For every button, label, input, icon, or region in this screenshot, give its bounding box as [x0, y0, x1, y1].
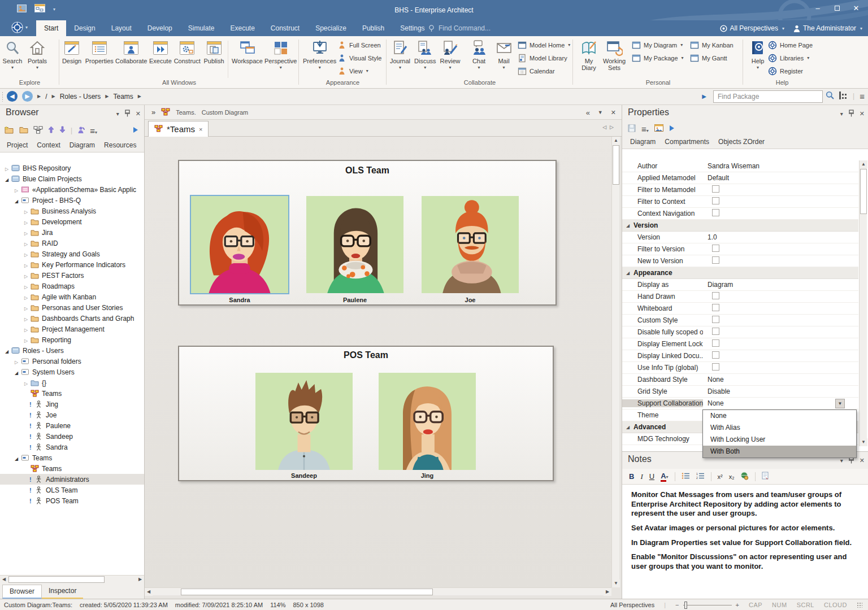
- tree-item[interactable]: Strategy and Goals: [0, 249, 144, 259]
- user-menu[interactable]: The Administrator: [793, 24, 862, 32]
- property-row[interactable]: Use Info Tip (global): [622, 362, 858, 374]
- expander-icon[interactable]: [23, 315, 29, 323]
- property-row[interactable]: Applied MetamodelDefault: [622, 172, 858, 184]
- expander-icon[interactable]: [13, 186, 20, 194]
- ols-team-boundary[interactable]: OLS Team: [178, 160, 557, 306]
- status-perspectives[interactable]: All Perspectives: [610, 602, 654, 608]
- tree-item[interactable]: Teams: [0, 463, 144, 474]
- panel-menu-caret-icon[interactable]: ▼: [598, 110, 603, 115]
- tree-item[interactable]: Teams: [0, 452, 144, 463]
- checkbox[interactable]: [712, 197, 719, 204]
- libraries-button[interactable]: Libraries: [768, 53, 813, 63]
- properties-tab-compartments[interactable]: Compartments: [660, 136, 714, 149]
- tree-item[interactable]: Key Performance Indicators: [0, 259, 144, 270]
- tree-item[interactable]: !Joe: [0, 409, 144, 420]
- tree-item[interactable]: {}: [0, 377, 144, 388]
- zoom-slider[interactable]: − +: [675, 602, 739, 608]
- panel-menu-caret-icon[interactable]: ▾: [840, 457, 843, 464]
- expander-icon[interactable]: [23, 336, 29, 344]
- locate-user-icon[interactable]: [77, 126, 85, 136]
- pos-team-boundary[interactable]: POS Team: [178, 346, 554, 481]
- close-icon[interactable]: ✕: [860, 110, 865, 117]
- tree-item[interactable]: Teams: [0, 388, 144, 399]
- properties-button[interactable]: Properties: [84, 38, 115, 64]
- checkbox[interactable]: [712, 339, 719, 347]
- collapse-tabs-icon[interactable]: «: [586, 108, 590, 117]
- expander-icon[interactable]: [3, 164, 10, 172]
- tab-start[interactable]: Start: [36, 20, 66, 36]
- tree-item[interactable]: Dashboards Charts and Graph: [0, 313, 144, 324]
- tree-item[interactable]: Reporting: [0, 334, 144, 345]
- search-button[interactable]: Search: [0, 38, 25, 70]
- discuss-button[interactable]: Discuss: [413, 38, 438, 70]
- tab-develop[interactable]: Develop: [140, 20, 180, 36]
- expander-icon[interactable]: [13, 368, 20, 376]
- view-button[interactable]: View: [337, 66, 381, 76]
- perspectives-selector[interactable]: All Perspectives: [720, 24, 784, 32]
- bold-button[interactable]: B: [629, 472, 634, 481]
- expander-icon[interactable]: [23, 229, 29, 237]
- tree-item[interactable]: RAID: [0, 238, 144, 249]
- model-library-button[interactable]: Model Library: [518, 53, 570, 63]
- close-tab-icon[interactable]: ×: [199, 126, 202, 133]
- bullet-list-button[interactable]: [682, 472, 690, 481]
- actor-avatar-paulene[interactable]: [306, 196, 403, 293]
- publish-button[interactable]: Publish: [202, 38, 227, 64]
- my-package-button[interactable]: My Package: [632, 53, 684, 63]
- close-icon[interactable]: ✕: [136, 110, 141, 117]
- tab-execute[interactable]: Execute: [222, 20, 262, 36]
- panel-menu-caret-icon[interactable]: ▾: [116, 111, 119, 117]
- dropdown-option-with-both[interactable]: With Both: [703, 446, 856, 457]
- diagram-canvas[interactable]: OLS Team: [145, 137, 611, 587]
- menu-icon[interactable]: ≡: [860, 91, 865, 101]
- expand-tabs-icon[interactable]: »: [151, 108, 155, 116]
- find-package-input[interactable]: Find Package: [713, 90, 823, 103]
- tab-layout[interactable]: Layout: [103, 20, 140, 36]
- breadcrumb-roles-users[interactable]: Roles - Users: [60, 93, 101, 101]
- design-button[interactable]: Design: [59, 38, 84, 64]
- tree-item-selected[interactable]: !Administrators: [0, 474, 144, 485]
- expander-icon[interactable]: [23, 218, 29, 226]
- property-row[interactable]: Filter to Context: [622, 196, 858, 208]
- properties-tab-objects-zorder[interactable]: Objects ZOrder: [714, 136, 769, 149]
- close-button[interactable]: ✕: [847, 0, 866, 17]
- my-diary-button[interactable]: My Diary: [576, 38, 601, 71]
- subscript-button[interactable]: x₂: [729, 473, 735, 480]
- mail-button[interactable]: Mail: [492, 38, 517, 70]
- cloud-indicator[interactable]: CLOUD: [824, 602, 847, 608]
- diagram-horizontal-scrollbar[interactable]: ◀ ▶: [145, 587, 611, 595]
- property-row[interactable]: New to Version: [622, 255, 858, 267]
- property-row[interactable]: Grid StyleDisable: [622, 386, 858, 398]
- tree-item[interactable]: Jira: [0, 227, 144, 238]
- zoom-slider-thumb[interactable]: [684, 602, 687, 609]
- checkbox[interactable]: [712, 351, 719, 359]
- tree-item[interactable]: Project Management: [0, 324, 144, 334]
- property-row[interactable]: Display Linked Docu...: [622, 350, 858, 362]
- checkbox[interactable]: [712, 256, 719, 264]
- collapse-toggle-icon[interactable]: ▶: [702, 93, 706, 99]
- notes-text[interactable]: Monitor Chat Messages from users and tea…: [622, 485, 868, 599]
- app-menu-button[interactable]: ▾: [11, 21, 28, 33]
- numbered-list-button[interactable]: 12: [696, 472, 705, 481]
- move-up-icon[interactable]: [48, 126, 54, 135]
- expand-panel-icon[interactable]: [669, 125, 675, 133]
- italic-button[interactable]: I: [640, 472, 643, 481]
- full-screen-button[interactable]: Full Screen: [337, 40, 381, 50]
- num-lock-indicator[interactable]: NUM: [772, 602, 787, 608]
- diagram-breadcrumb-name[interactable]: Teams.: [176, 109, 196, 116]
- visual-style-button[interactable]: Visual Style: [337, 53, 381, 63]
- folder-icon[interactable]: [19, 126, 28, 135]
- caps-lock-indicator[interactable]: CAP: [749, 602, 762, 608]
- layout-dots-icon[interactable]: [839, 91, 848, 101]
- actor-avatar-jing[interactable]: [379, 373, 476, 470]
- tree-item[interactable]: «ApplicationSchema» Basic Applic: [0, 184, 144, 195]
- property-row[interactable]: Context Navigation: [622, 208, 858, 220]
- property-row[interactable]: Version1.0: [622, 232, 858, 243]
- my-kanban-button[interactable]: My Kanban: [690, 40, 734, 50]
- breadcrumb-teams[interactable]: Teams: [114, 93, 133, 101]
- dropdown-option-none[interactable]: None: [703, 410, 856, 422]
- browser-tab-diagram[interactable]: Diagram: [65, 139, 99, 152]
- zoom-out-icon[interactable]: −: [675, 602, 679, 608]
- calendar-button[interactable]: Calendar: [518, 66, 570, 76]
- expander-icon[interactable]: [23, 272, 29, 280]
